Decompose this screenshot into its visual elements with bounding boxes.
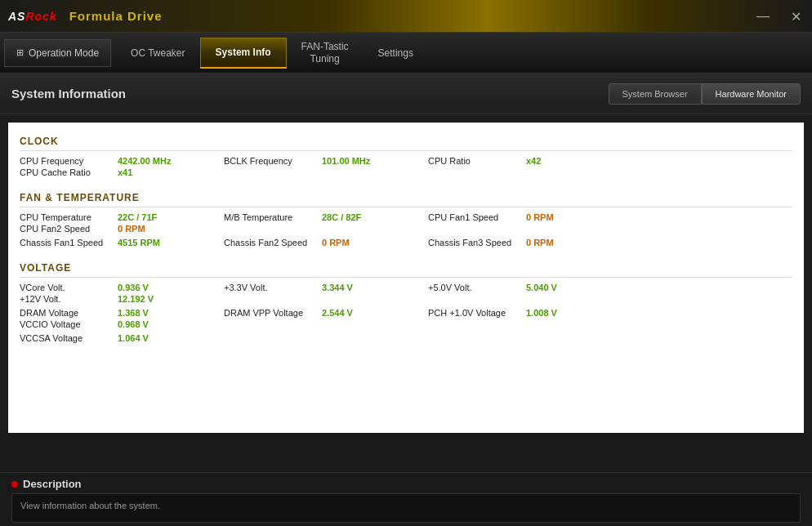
chassis-fan2-cell: Chassis Fan2 Speed 0 RPM: [224, 238, 428, 247]
vccio-label: VCCIO Voltage: [20, 319, 118, 329]
description-content: View information about the system.: [11, 493, 801, 523]
dram-vpp-label: DRAM VPP Voltage: [224, 308, 322, 318]
vcore-label: VCore Volt.: [20, 283, 118, 292]
dram-voltage-cell: DRAM Voltage 1.368 V: [20, 308, 224, 318]
vcore-value: 0.936 V: [118, 283, 191, 292]
titlebar: ASRock Formula Drive — ✕: [0, 0, 812, 33]
bclk-frequency-cell: BCLK Frequency 101.00 MHz: [224, 156, 428, 166]
bclk-frequency-value: 101.00 MHz: [322, 156, 395, 166]
vccsa-cell: VCCSA Voltage 1.064 V: [20, 333, 224, 343]
vccsa-value: 1.064 V: [118, 333, 191, 343]
5v-cell: +5.0V Volt. 5.040 V: [428, 283, 632, 292]
window-controls: — ✕: [747, 0, 812, 33]
chassis-fan2-value: 0 RPM: [322, 238, 395, 247]
dram-voltage-label: DRAM Voltage: [20, 308, 118, 318]
cpu-fan1-cell: CPU Fan1 Speed 0 RPM: [428, 212, 632, 222]
voltage-row3: VCCSA Voltage 1.064 V: [20, 333, 792, 345]
cpu-fan1-label: CPU Fan1 Speed: [428, 212, 526, 222]
sysinfo-header: System Information System Browser Hardwa…: [0, 74, 812, 114]
hardware-monitor-button[interactable]: Hardware Monitor: [702, 83, 801, 105]
fan-temp-row1: CPU Temperature 22C / 71F M/B Temperatur…: [20, 212, 792, 235]
3v3-label: +3.3V Volt.: [224, 283, 322, 292]
5v-value: 5.040 V: [526, 283, 600, 292]
vccsa-label: VCCSA Voltage: [20, 333, 118, 343]
cpu-ratio-value: x42: [526, 156, 600, 166]
3v3-cell: +3.3V Volt. 3.344 V: [224, 283, 428, 292]
system-browser-button[interactable]: System Browser: [609, 83, 702, 105]
tab-fan-tuning[interactable]: FAN-TasticTuning: [287, 38, 364, 69]
grid-icon: ⊞: [16, 47, 24, 58]
chassis-fan2-label: Chassis Fan2 Speed: [224, 238, 322, 247]
cpu-fan2-label: CPU Fan2 Speed: [20, 224, 118, 234]
navbar: ⊞ Operation Mode OC Tweaker System Info …: [0, 33, 812, 74]
main-content: System Information System Browser Hardwa…: [0, 74, 812, 433]
dram-voltage-value: 1.368 V: [118, 308, 191, 318]
cpu-cache-ratio-cell: CPU Cache Ratio x41: [20, 167, 224, 177]
pch-value: 1.008 V: [526, 308, 600, 318]
cpu-fan1-value: 0 RPM: [526, 212, 600, 222]
cpu-frequency-label: CPU Frequency: [20, 156, 118, 166]
app-title: Formula Drive: [69, 9, 163, 23]
chassis-fan3-cell: Chassis Fan3 Speed 0 RPM: [428, 238, 632, 247]
description-icon: [11, 481, 18, 488]
tab-operation-mode[interactable]: ⊞ Operation Mode: [4, 39, 111, 67]
cpu-temp-value: 22C / 71F: [118, 212, 191, 222]
sysinfo-button-group: System Browser Hardware Monitor: [609, 83, 801, 105]
clock-section-title: CLOCK: [20, 131, 792, 151]
mb-temp-label: M/B Temperature: [224, 212, 322, 222]
12v-label: +12V Volt.: [20, 294, 118, 304]
minimize-button[interactable]: —: [747, 0, 779, 33]
chassis-fan1-value: 4515 RPM: [118, 238, 191, 247]
cpu-ratio-label: CPU Ratio: [428, 156, 526, 166]
chassis-fan1-label: Chassis Fan1 Speed: [20, 238, 118, 247]
bclk-frequency-label: BCLK Frequency: [224, 156, 322, 166]
tab-settings[interactable]: Settings: [364, 38, 428, 69]
cpu-fan2-value: 0 RPM: [118, 224, 191, 234]
vccio-value: 0.968 V: [118, 319, 191, 329]
vccio-cell: VCCIO Voltage 0.968 V: [20, 319, 224, 329]
tab-oc-tweaker[interactable]: OC Tweaker: [116, 38, 199, 69]
12v-cell: +12V Volt. 12.192 V: [20, 294, 224, 304]
cpu-fan2-cell: CPU Fan2 Speed 0 RPM: [20, 224, 224, 234]
chassis-fan3-label: Chassis Fan3 Speed: [428, 238, 526, 247]
5v-label: +5.0V Volt.: [428, 283, 526, 292]
close-button[interactable]: ✕: [779, 0, 812, 33]
mb-temp-value: 28C / 82F: [322, 212, 395, 222]
cpu-temp-label: CPU Temperature: [20, 212, 118, 222]
app-logo: ASRock: [8, 10, 57, 23]
chassis-fan3-value: 0 RPM: [526, 238, 600, 247]
clock-row: CPU Frequency 4242.00 MHz BCLK Frequency…: [20, 156, 792, 179]
fan-temp-row2: Chassis Fan1 Speed 4515 RPM Chassis Fan2…: [20, 238, 792, 249]
cpu-cache-ratio-value: x41: [118, 167, 191, 177]
voltage-row2: DRAM Voltage 1.368 V DRAM VPP Voltage 2.…: [20, 308, 792, 331]
fan-temp-section-title: FAN & TEMPERATURE: [20, 187, 792, 207]
cpu-cache-ratio-label: CPU Cache Ratio: [20, 167, 118, 177]
dram-vpp-cell: DRAM VPP Voltage 2.544 V: [224, 308, 428, 318]
3v3-value: 3.344 V: [322, 283, 395, 292]
sysinfo-title: System Information: [11, 87, 126, 100]
voltage-row1: VCore Volt. 0.936 V +3.3V Volt. 3.344 V …: [20, 283, 792, 305]
mb-temp-cell: M/B Temperature 28C / 82F: [224, 212, 428, 222]
data-panel: CLOCK CPU Frequency 4242.00 MHz BCLK Fre…: [8, 123, 804, 433]
vcore-cell: VCore Volt. 0.936 V: [20, 283, 224, 292]
cpu-frequency-cell: CPU Frequency 4242.00 MHz: [20, 156, 224, 166]
description-title: Description: [23, 478, 82, 490]
tab-system-info[interactable]: System Info: [200, 38, 287, 69]
dram-vpp-value: 2.544 V: [322, 308, 395, 318]
chassis-fan1-cell: Chassis Fan1 Speed 4515 RPM: [20, 238, 224, 247]
pch-label: PCH +1.0V Voltage: [428, 308, 526, 318]
voltage-section-title: VOLTAGE: [20, 257, 792, 278]
description-header: Description: [11, 478, 801, 490]
12v-value: 12.192 V: [118, 294, 191, 304]
description-bar: Description View information about the s…: [0, 472, 812, 526]
cpu-ratio-cell: CPU Ratio x42: [428, 156, 632, 166]
cpu-frequency-value: 4242.00 MHz: [118, 156, 191, 166]
pch-cell: PCH +1.0V Voltage 1.008 V: [428, 308, 632, 318]
cpu-temp-cell: CPU Temperature 22C / 71F: [20, 212, 224, 222]
